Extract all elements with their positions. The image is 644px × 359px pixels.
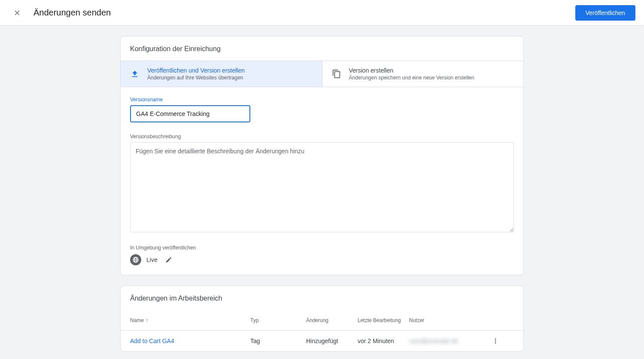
tab-subtitle: Änderungen speichern und eine neue Versi… (349, 75, 474, 81)
card-title-config: Konfiguration der Einreichung (121, 37, 523, 61)
table-row: Add to Cart GA4 Tag Hinzugefügt vor 2 Mi… (121, 331, 523, 351)
version-name-label: Versionsname (130, 97, 514, 103)
card-title-changes: Änderungen im Arbeitsbereich (121, 286, 523, 310)
tab-publish-and-create-version[interactable]: Veröffentlichen und Version erstellen Än… (121, 61, 322, 87)
copy-icon (332, 69, 341, 79)
version-description-textarea[interactable] (130, 142, 514, 232)
pencil-icon (165, 256, 172, 263)
tab-create-version[interactable]: Version erstellen Änderungen speichern u… (322, 61, 524, 87)
dialog-title: Änderungen senden (33, 8, 111, 18)
changes-table-header: Name ↑ Typ Änderung Letzte Bearbeitung N… (121, 310, 523, 331)
dialog-header: Änderungen senden Veröffentlichen (0, 0, 644, 26)
edit-environment-button[interactable] (165, 256, 172, 263)
col-user-header[interactable]: Nutzer (409, 317, 482, 323)
tab-title: Veröffentlichen und Version erstellen (147, 67, 245, 74)
change-lastedit: vor 2 Minuten (358, 338, 409, 344)
submission-tabs: Veröffentlichen und Version erstellen Än… (121, 61, 523, 87)
environment-label: In Umgebung veröffentlichen (130, 245, 514, 251)
tab-subtitle: Änderungen auf Ihre Websites übertragen (147, 75, 245, 81)
col-change-header[interactable]: Änderung (306, 317, 358, 323)
workspace-changes-card: Änderungen im Arbeitsbereich Name ↑ Typ … (120, 286, 524, 352)
change-status: Hinzugefügt (306, 338, 358, 344)
version-name-input[interactable] (130, 105, 250, 122)
change-type: Tag (250, 338, 306, 344)
more-vert-icon (492, 337, 499, 345)
sort-ascending-icon: ↑ (146, 317, 148, 323)
globe-icon (130, 254, 141, 265)
close-icon (13, 9, 21, 17)
submission-config-card: Konfiguration der Einreichung Veröffentl… (120, 36, 524, 275)
environment-value: Live (146, 256, 158, 263)
row-actions-button[interactable] (482, 337, 499, 345)
publish-button[interactable]: Veröffentlichen (575, 5, 635, 21)
upload-icon (130, 69, 140, 79)
version-description-label: Versionsbeschreibung (130, 134, 514, 140)
col-lastedit-header[interactable]: Letzte Bearbeitung (358, 317, 409, 323)
close-button[interactable] (9, 4, 26, 21)
col-type-header[interactable]: Typ (250, 317, 306, 323)
tab-title: Version erstellen (349, 67, 474, 74)
col-name-header[interactable]: Name ↑ (130, 317, 250, 323)
change-user: user@example.de (409, 338, 482, 344)
change-name-link[interactable]: Add to Cart GA4 (130, 338, 250, 344)
